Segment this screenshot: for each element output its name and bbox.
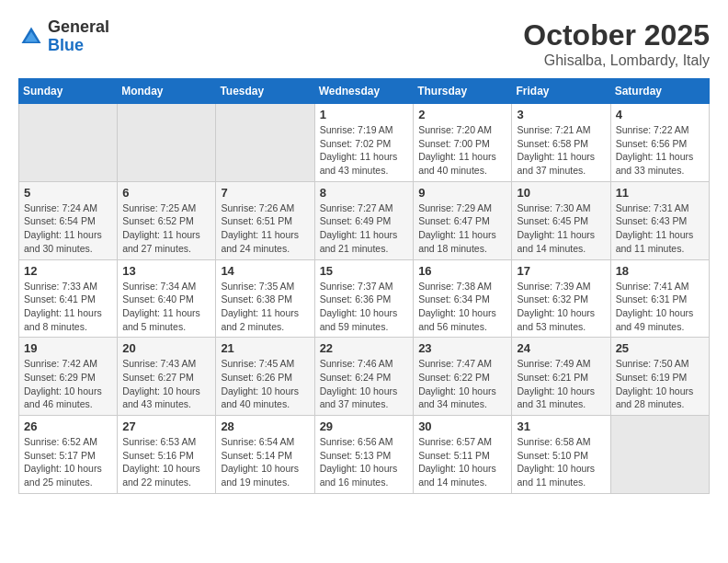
- day-info: Sunrise: 7:33 AM Sunset: 6:41 PM Dayligh…: [24, 280, 112, 334]
- day-info: Sunrise: 6:58 AM Sunset: 5:10 PM Dayligh…: [517, 435, 605, 489]
- day-info: Sunrise: 6:56 AM Sunset: 5:13 PM Dayligh…: [320, 435, 409, 489]
- page-header: General Blue October 2025 Ghisalba, Lomb…: [18, 18, 710, 69]
- day-info: Sunrise: 7:50 AM Sunset: 6:19 PM Dayligh…: [616, 357, 704, 411]
- day-info: Sunrise: 7:47 AM Sunset: 6:22 PM Dayligh…: [418, 357, 506, 411]
- calendar-week-row: 12Sunrise: 7:33 AM Sunset: 6:41 PM Dayli…: [19, 259, 710, 338]
- day-info: Sunrise: 7:19 AM Sunset: 7:02 PM Dayligh…: [320, 123, 409, 178]
- day-number: 2: [418, 108, 506, 121]
- calendar-cell: 17Sunrise: 7:39 AM Sunset: 6:32 PM Dayli…: [512, 259, 610, 338]
- day-number: 26: [24, 419, 112, 433]
- day-info: Sunrise: 7:34 AM Sunset: 6:40 PM Dayligh…: [122, 280, 210, 334]
- day-info: Sunrise: 7:37 AM Sunset: 6:36 PM Dayligh…: [320, 280, 409, 334]
- calendar-cell: 30Sunrise: 6:57 AM Sunset: 5:11 PM Dayli…: [414, 416, 512, 494]
- calendar-cell: 9Sunrise: 7:29 AM Sunset: 6:47 PM Daylig…: [414, 181, 512, 259]
- day-info: Sunrise: 7:43 AM Sunset: 6:27 PM Dayligh…: [122, 357, 210, 411]
- calendar-day-header: Sunday: [19, 79, 118, 104]
- day-info: Sunrise: 6:53 AM Sunset: 5:16 PM Dayligh…: [122, 435, 210, 489]
- day-info: Sunrise: 7:49 AM Sunset: 6:21 PM Dayligh…: [517, 357, 605, 411]
- day-info: Sunrise: 7:29 AM Sunset: 6:47 PM Dayligh…: [418, 201, 506, 256]
- day-number: 14: [221, 264, 309, 278]
- calendar-cell: 3Sunrise: 7:21 AM Sunset: 6:58 PM Daylig…: [512, 104, 610, 182]
- calendar-day-header: Wednesday: [314, 79, 414, 104]
- calendar-cell: 2Sunrise: 7:20 AM Sunset: 7:00 PM Daylig…: [414, 104, 512, 182]
- calendar-cell: [19, 104, 118, 182]
- day-info: Sunrise: 7:35 AM Sunset: 6:38 PM Dayligh…: [221, 280, 309, 334]
- day-number: 30: [418, 419, 506, 433]
- day-info: Sunrise: 7:30 AM Sunset: 6:45 PM Dayligh…: [517, 201, 605, 256]
- day-info: Sunrise: 6:57 AM Sunset: 5:11 PM Dayligh…: [418, 435, 506, 489]
- calendar-cell: 22Sunrise: 7:46 AM Sunset: 6:24 PM Dayli…: [314, 338, 414, 416]
- month-title: October 2025: [523, 18, 710, 52]
- day-number: 24: [517, 341, 605, 355]
- calendar-cell: 13Sunrise: 7:34 AM Sunset: 6:40 PM Dayli…: [118, 259, 216, 338]
- day-number: 11: [616, 186, 704, 200]
- calendar-day-header: Tuesday: [216, 79, 314, 104]
- calendar-cell: 25Sunrise: 7:50 AM Sunset: 6:19 PM Dayli…: [610, 338, 709, 416]
- day-info: Sunrise: 7:21 AM Sunset: 6:58 PM Dayligh…: [517, 123, 605, 178]
- calendar-cell: 11Sunrise: 7:31 AM Sunset: 6:43 PM Dayli…: [610, 181, 709, 259]
- calendar-cell: [610, 416, 709, 494]
- day-info: Sunrise: 6:52 AM Sunset: 5:17 PM Dayligh…: [24, 435, 112, 489]
- logo-blue: Blue: [48, 37, 109, 55]
- day-number: 15: [320, 264, 409, 278]
- day-number: 17: [517, 264, 605, 278]
- calendar-cell: 8Sunrise: 7:27 AM Sunset: 6:49 PM Daylig…: [314, 181, 414, 259]
- day-number: 13: [122, 264, 210, 278]
- calendar-cell: [216, 104, 314, 182]
- day-number: 25: [616, 341, 704, 355]
- day-number: 6: [122, 186, 210, 200]
- day-info: Sunrise: 7:46 AM Sunset: 6:24 PM Dayligh…: [320, 357, 409, 411]
- day-number: 19: [24, 341, 112, 355]
- calendar-cell: 12Sunrise: 7:33 AM Sunset: 6:41 PM Dayli…: [19, 259, 118, 338]
- calendar-cell: 16Sunrise: 7:38 AM Sunset: 6:34 PM Dayli…: [414, 259, 512, 338]
- calendar-week-row: 26Sunrise: 6:52 AM Sunset: 5:17 PM Dayli…: [19, 416, 710, 494]
- calendar-day-header: Monday: [118, 79, 216, 104]
- day-number: 29: [320, 419, 409, 433]
- location: Ghisalba, Lombardy, Italy: [523, 52, 710, 69]
- calendar-cell: 21Sunrise: 7:45 AM Sunset: 6:26 PM Dayli…: [216, 338, 314, 416]
- calendar-cell: [118, 104, 216, 182]
- logo-icon: [18, 24, 44, 50]
- calendar-header-row: SundayMondayTuesdayWednesdayThursdayFrid…: [19, 79, 710, 104]
- day-number: 27: [122, 419, 210, 433]
- day-number: 9: [418, 186, 506, 200]
- calendar-day-header: Saturday: [610, 79, 709, 104]
- day-info: Sunrise: 7:39 AM Sunset: 6:32 PM Dayligh…: [517, 280, 605, 334]
- calendar-cell: 24Sunrise: 7:49 AM Sunset: 6:21 PM Dayli…: [512, 338, 610, 416]
- calendar-week-row: 19Sunrise: 7:42 AM Sunset: 6:29 PM Dayli…: [19, 338, 710, 416]
- calendar-cell: 10Sunrise: 7:30 AM Sunset: 6:45 PM Dayli…: [512, 181, 610, 259]
- calendar-cell: 29Sunrise: 6:56 AM Sunset: 5:13 PM Dayli…: [314, 416, 414, 494]
- day-info: Sunrise: 7:45 AM Sunset: 6:26 PM Dayligh…: [221, 357, 309, 411]
- calendar-cell: 14Sunrise: 7:35 AM Sunset: 6:38 PM Dayli…: [216, 259, 314, 338]
- day-info: Sunrise: 7:42 AM Sunset: 6:29 PM Dayligh…: [24, 357, 112, 411]
- day-number: 20: [122, 341, 210, 355]
- title-section: October 2025 Ghisalba, Lombardy, Italy: [523, 18, 710, 69]
- day-number: 22: [320, 341, 409, 355]
- day-number: 18: [616, 264, 704, 278]
- day-number: 8: [320, 186, 409, 200]
- calendar-week-row: 5Sunrise: 7:24 AM Sunset: 6:54 PM Daylig…: [19, 181, 710, 259]
- day-info: Sunrise: 7:24 AM Sunset: 6:54 PM Dayligh…: [24, 201, 112, 256]
- day-info: Sunrise: 7:31 AM Sunset: 6:43 PM Dayligh…: [616, 201, 704, 256]
- calendar-day-header: Thursday: [414, 79, 512, 104]
- day-number: 21: [221, 341, 309, 355]
- day-info: Sunrise: 7:20 AM Sunset: 7:00 PM Dayligh…: [418, 123, 506, 178]
- calendar-cell: 7Sunrise: 7:26 AM Sunset: 6:51 PM Daylig…: [216, 181, 314, 259]
- day-number: 12: [24, 264, 112, 278]
- calendar-cell: 27Sunrise: 6:53 AM Sunset: 5:16 PM Dayli…: [118, 416, 216, 494]
- calendar-cell: 28Sunrise: 6:54 AM Sunset: 5:14 PM Dayli…: [216, 416, 314, 494]
- calendar-cell: 26Sunrise: 6:52 AM Sunset: 5:17 PM Dayli…: [19, 416, 118, 494]
- logo-general: General: [48, 18, 109, 37]
- calendar-cell: 20Sunrise: 7:43 AM Sunset: 6:27 PM Dayli…: [118, 338, 216, 416]
- day-info: Sunrise: 7:41 AM Sunset: 6:31 PM Dayligh…: [616, 280, 704, 334]
- day-info: Sunrise: 7:27 AM Sunset: 6:49 PM Dayligh…: [320, 201, 409, 256]
- day-number: 10: [517, 186, 605, 200]
- calendar-week-row: 1Sunrise: 7:19 AM Sunset: 7:02 PM Daylig…: [19, 104, 710, 182]
- day-number: 3: [517, 108, 605, 121]
- day-info: Sunrise: 7:22 AM Sunset: 6:56 PM Dayligh…: [616, 123, 704, 178]
- day-number: 28: [221, 419, 309, 433]
- day-number: 1: [320, 108, 409, 121]
- day-number: 7: [221, 186, 309, 200]
- logo: General Blue: [18, 18, 109, 55]
- calendar-cell: 4Sunrise: 7:22 AM Sunset: 6:56 PM Daylig…: [610, 104, 709, 182]
